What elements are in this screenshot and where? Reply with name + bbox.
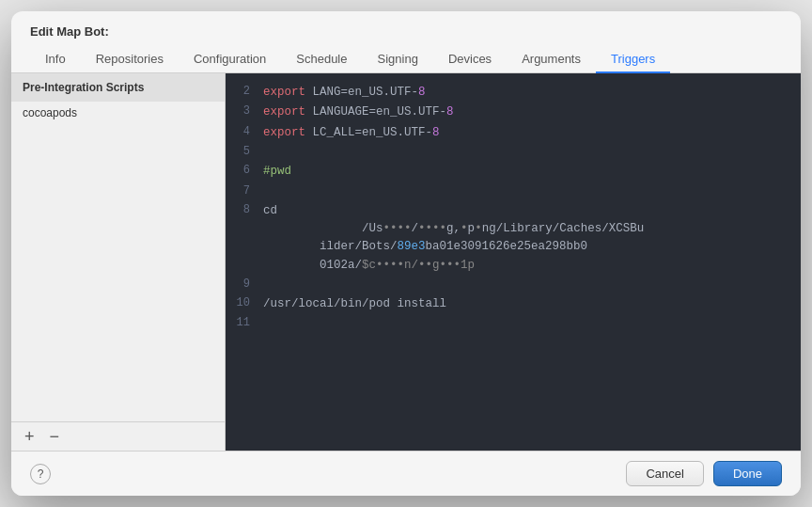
sidebar-footer: + − — [11, 421, 225, 451]
line-number: 9 — [226, 277, 263, 291]
code-line-2: 2 export LANG=en_US.UTF-8 — [226, 83, 801, 103]
line-number: 10 — [226, 295, 263, 309]
tab-schedule[interactable]: Schedule — [281, 46, 362, 73]
code-line-7: 7 — [226, 182, 801, 201]
dialog-title: Edit Map Bot: — [11, 11, 801, 39]
tab-configuration[interactable]: Configuration — [179, 46, 281, 73]
tab-info[interactable]: Info — [30, 46, 81, 73]
line-content: /usr/local/bin/pod install — [263, 295, 801, 313]
edit-bot-dialog: Edit Map Bot: Info Repositories Configur… — [11, 11, 801, 496]
line-content: export LANGUAGE=en_US.UTF-8 — [263, 103, 801, 121]
tab-bar: Info Repositories Configuration Schedule… — [11, 39, 801, 73]
line-number: 11 — [226, 315, 263, 329]
sidebar-section-header: Pre-Integration Scripts — [11, 73, 225, 102]
footer-left: ? — [30, 464, 51, 484]
code-line-5: 5 — [226, 143, 801, 162]
tab-triggers[interactable]: Triggers — [596, 46, 670, 73]
line-content: cd /Us••••/••••g,•p•ng/Library/Caches/XC… — [263, 202, 801, 276]
tab-signing[interactable]: Signing — [363, 46, 433, 73]
footer-right: Cancel Done — [626, 461, 782, 486]
line-number: 7 — [226, 183, 263, 198]
help-button[interactable]: ? — [30, 464, 51, 484]
code-editor[interactable]: 2 export LANG=en_US.UTF-8 3 export LANGU… — [226, 73, 801, 451]
sidebar: Pre-Integration Scripts cocoapods + − — [11, 73, 226, 451]
add-script-button[interactable]: + — [21, 428, 39, 445]
tab-devices[interactable]: Devices — [433, 46, 507, 73]
content-area: Pre-Integration Scripts cocoapods + − 2 … — [11, 73, 801, 451]
line-content: export LANG=en_US.UTF-8 — [263, 84, 801, 102]
line-content: #pwd — [263, 163, 801, 181]
line-number: 5 — [226, 144, 263, 158]
tab-repositories[interactable]: Repositories — [81, 46, 179, 73]
sidebar-item-cocoapods[interactable]: cocoapods — [11, 102, 225, 124]
line-number: 6 — [226, 163, 263, 177]
remove-script-button[interactable]: − — [46, 428, 64, 445]
code-line-9: 9 — [226, 276, 801, 294]
line-number: 8 — [226, 202, 263, 216]
line-number: 3 — [226, 103, 263, 118]
code-line-8: 8 cd /Us••••/••••g,•p•ng/Library/Caches/… — [226, 201, 801, 277]
done-button[interactable]: Done — [713, 461, 782, 486]
code-line-4: 4 export LC_ALL=en_US.UTF-8 — [226, 123, 801, 143]
dialog-footer: ? Cancel Done — [11, 451, 801, 496]
line-content: export LC_ALL=en_US.UTF-8 — [263, 124, 801, 142]
line-number: 2 — [226, 84, 263, 98]
code-line-3: 3 export LANGUAGE=en_US.UTF-8 — [226, 103, 801, 122]
tab-arguments[interactable]: Arguments — [507, 46, 596, 73]
code-line-11: 11 — [226, 314, 801, 333]
code-line-10: 10 /usr/local/bin/pod install — [226, 294, 801, 314]
code-line-6: 6 #pwd — [226, 162, 801, 182]
line-number: 4 — [226, 124, 263, 138]
cancel-button[interactable]: Cancel — [626, 461, 703, 486]
